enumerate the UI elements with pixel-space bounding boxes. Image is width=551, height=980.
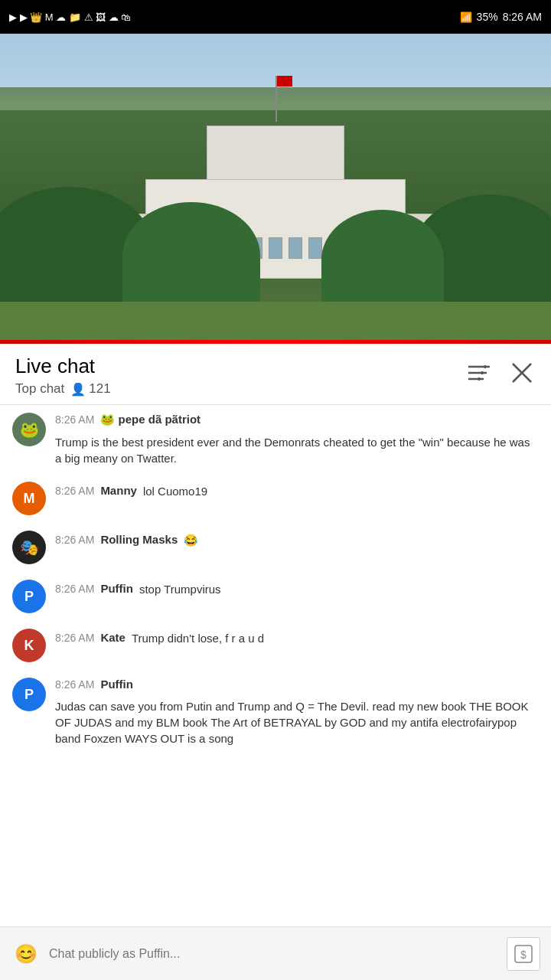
message-content: 8:26 AM Kate Trump didn't lose, f r a u … (55, 629, 539, 646)
avatar: 🎭 (12, 531, 46, 564)
chat-messages: 🐸 8:26 AM 🐸 pepe dã pãtriot Trump is the… (0, 405, 551, 754)
person-icon: 👤 (70, 382, 86, 397)
chat-input-area: 😊 $ (0, 926, 551, 980)
chat-message: P 8:26 AM Puffin stop Trumpvirus (0, 572, 551, 621)
message-inline-text: 😂 (184, 532, 198, 548)
chat-header-right (465, 359, 536, 390)
chat-message: P 8:26 AM Puffin Judas can save you from… (0, 670, 551, 754)
tree-center-left (122, 202, 260, 309)
battery-text: 35% (477, 11, 498, 23)
message-username: Manny (100, 484, 137, 497)
message-time: 8:26 AM (55, 678, 94, 691)
avatar: P (12, 678, 46, 711)
chat-message: 🐸 8:26 AM 🐸 pepe dã pãtriot Trump is the… (0, 405, 551, 474)
avatar: M (12, 482, 46, 515)
message-content: 8:26 AM Manny lol Cuomo19 (55, 482, 539, 499)
message-username: 🐸 pepe dã pãtriot (100, 413, 201, 426)
emoji-button[interactable]: 😊 (11, 939, 41, 969)
message-time: 8:26 AM (55, 534, 94, 546)
send-icon: $ (513, 943, 534, 965)
message-meta: 8:26 AM Manny lol Cuomo19 (55, 482, 539, 499)
chat-header: Live chat Top chat 👤 121 (0, 344, 551, 405)
message-inline-text: Trump didn't lose, f r a u d (132, 630, 264, 646)
flag-pole (276, 76, 277, 122)
wifi-icon: 📶 (460, 11, 472, 23)
close-button[interactable] (508, 359, 536, 390)
message-content: 8:26 AM Puffin stop Trumpvirus (55, 580, 539, 597)
message-username: Kate (100, 631, 126, 644)
status-bar-left: ▶ ▶ 👑 M ☁ 📁 ⚠ 🖼 ☁ 🛍 (9, 11, 131, 23)
message-username: Puffin (100, 678, 133, 691)
message-time: 8:26 AM (55, 413, 94, 426)
time-display: 8:26 AM (503, 11, 542, 23)
message-username: Rolling Masks (100, 533, 178, 546)
flag (277, 76, 292, 87)
chat-input[interactable] (49, 947, 499, 961)
message-inline-text: stop Trumpvirus (139, 581, 221, 597)
chat-messages-scroll[interactable]: 🐸 8:26 AM 🐸 pepe dã pãtriot Trump is the… (0, 405, 551, 808)
message-inline-text: Trump is the best president ever and the… (55, 434, 539, 466)
avatar: 🐸 (12, 413, 46, 446)
lawn (0, 302, 551, 340)
avatar: K (12, 629, 46, 662)
live-chat-title: Live chat (15, 354, 111, 378)
message-content: 8:26 AM Rolling Masks 😂 (55, 531, 539, 548)
send-button[interactable]: $ (507, 937, 540, 971)
top-chat-label: Top chat (15, 381, 64, 397)
message-meta: 8:26 AM 🐸 pepe dã pãtriot Trump is the b… (55, 413, 539, 466)
svg-text:$: $ (520, 949, 527, 961)
message-time: 8:26 AM (55, 485, 94, 497)
status-bar: ▶ ▶ 👑 M ☁ 📁 ⚠ 🖼 ☁ 🛍 📶 35% 8:26 AM (0, 0, 551, 34)
message-time: 8:26 AM (55, 632, 94, 644)
tree-center-right (321, 210, 444, 309)
emoji-icon: 😊 (15, 943, 37, 965)
avatar: P (12, 580, 46, 613)
chat-message: 🎭 8:26 AM Rolling Masks 😂 (0, 523, 551, 572)
video-player[interactable] (0, 34, 551, 340)
chat-message: M 8:26 AM Manny lol Cuomo19 (0, 474, 551, 523)
message-content: 8:26 AM Puffin Judas can save you from P… (55, 678, 539, 746)
message-time: 8:26 AM (55, 583, 94, 595)
close-icon (508, 359, 536, 387)
message-meta: 8:26 AM Puffin stop Trumpvirus (55, 580, 539, 597)
message-username: Puffin (100, 582, 133, 595)
filter-icon (465, 359, 493, 387)
filter-button[interactable] (465, 359, 493, 390)
viewer-count-number: 121 (89, 381, 110, 397)
viewer-count: 👤 121 (70, 381, 110, 397)
top-chat-row: Top chat 👤 121 (15, 381, 111, 397)
building-portico (207, 126, 344, 179)
status-bar-right: 📶 35% 8:26 AM (460, 11, 542, 23)
message-meta: 8:26 AM Kate Trump didn't lose, f r a u … (55, 629, 539, 646)
message-inline-text: lol Cuomo19 (143, 483, 207, 499)
message-meta: 8:26 AM Rolling Masks 😂 (55, 531, 539, 548)
message-content: 8:26 AM 🐸 pepe dã pãtriot Trump is the b… (55, 413, 539, 466)
notification-icons: ▶ ▶ 👑 M ☁ 📁 ⚠ 🖼 ☁ 🛍 (9, 11, 131, 23)
message-inline-text: Judas can save you from Putin and Trump … (55, 698, 539, 746)
message-meta: 8:26 AM Puffin Judas can save you from P… (55, 678, 539, 746)
chat-header-left: Live chat Top chat 👤 121 (15, 354, 111, 397)
chat-message: K 8:26 AM Kate Trump didn't lose, f r a … (0, 621, 551, 670)
